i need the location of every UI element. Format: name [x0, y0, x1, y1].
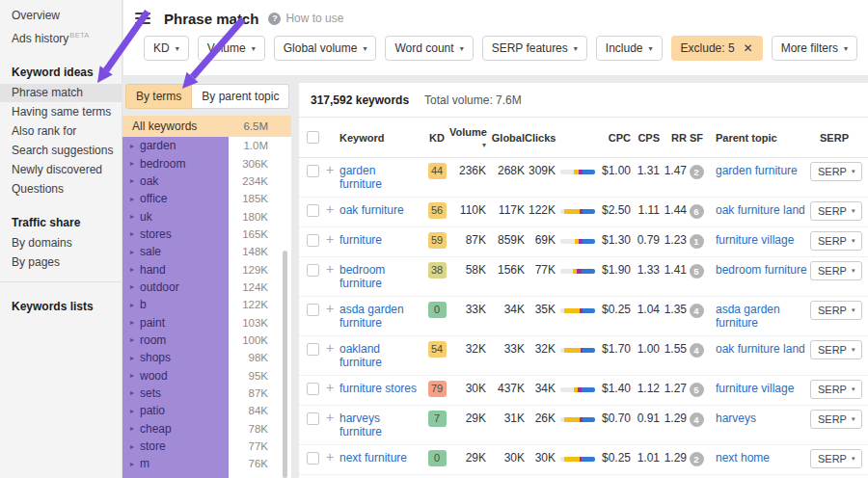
row-checkbox[interactable] — [307, 304, 319, 316]
help-icon[interactable]: ? — [268, 13, 281, 25]
tab-by-terms[interactable]: By terms — [125, 84, 192, 109]
term-item[interactable]: ▸ — [122, 473, 229, 478]
sidebar-item[interactable]: Overview — [0, 7, 122, 25]
row-checkbox[interactable] — [307, 234, 319, 247]
sidebar-item[interactable]: By domains — [0, 234, 122, 252]
expand-triangle-icon[interactable]: ▸ — [130, 460, 134, 468]
filter-button[interactable]: Global volume ▾ — [274, 36, 377, 61]
parent-topic-link[interactable]: furniture village — [706, 382, 810, 395]
sidebar-item[interactable]: Questions — [0, 180, 122, 199]
add-to-list-icon[interactable]: + — [326, 164, 339, 176]
serp-button[interactable]: SERP▾ — [810, 380, 862, 399]
exclude-filter-chip[interactable]: Exclude: 5 ✕ — [671, 36, 763, 61]
expand-triangle-icon[interactable]: ▸ — [130, 371, 134, 380]
expand-triangle-icon[interactable]: ▸ — [130, 318, 134, 327]
add-to-list-icon[interactable]: + — [326, 203, 339, 216]
add-to-list-icon[interactable]: + — [326, 303, 339, 315]
row-checkbox[interactable] — [307, 452, 319, 465]
term-item[interactable]: ▸ uk — [122, 207, 229, 225]
parent-topic-link[interactable]: oak furniture land — [706, 342, 810, 356]
sidebar-item[interactable]: Keywords lists — [0, 298, 122, 316]
select-all-checkbox[interactable] — [307, 131, 319, 144]
col-cps[interactable]: CPS — [631, 132, 660, 144]
parent-topic-link[interactable]: next home — [706, 451, 810, 465]
row-checkbox[interactable] — [307, 165, 319, 177]
filter-button[interactable]: SERP features ▾ — [482, 36, 587, 61]
parent-topic-link[interactable]: oak furniture land — [706, 203, 810, 217]
term-item[interactable]: ▸ outdoor — [122, 279, 229, 296]
expand-triangle-icon[interactable]: ▸ — [130, 195, 134, 203]
add-to-list-icon[interactable]: + — [326, 233, 339, 246]
row-checkbox[interactable] — [307, 264, 319, 277]
term-item[interactable]: ▸ wood — [122, 366, 229, 384]
expand-triangle-icon[interactable]: ▸ — [130, 212, 134, 221]
term-item[interactable]: ▸ hand — [122, 260, 229, 278]
term-item[interactable]: ▸ garden — [122, 137, 229, 154]
parent-topic-link[interactable]: asda garden furniture — [706, 303, 810, 330]
col-rr[interactable]: RR — [660, 132, 687, 144]
row-checkbox[interactable] — [307, 412, 319, 425]
filter-button[interactable]: Include ▾ — [596, 36, 663, 61]
term-item[interactable]: ▸ store — [122, 438, 229, 455]
parent-topic-link[interactable]: bedroom furniture — [706, 263, 810, 277]
term-item[interactable]: ▸ room — [122, 332, 229, 349]
expand-triangle-icon[interactable]: ▸ — [130, 301, 134, 309]
serp-button[interactable]: SERP▾ — [810, 340, 862, 359]
expand-triangle-icon[interactable]: ▸ — [130, 407, 134, 415]
filter-button[interactable]: Word count ▾ — [385, 36, 473, 61]
add-to-list-icon[interactable]: + — [326, 263, 339, 276]
term-item[interactable]: ▸ cheap — [122, 420, 229, 438]
sidebar-item[interactable]: By pages — [0, 253, 122, 272]
term-item[interactable]: ▸ b — [122, 296, 229, 313]
terms-scrollbar[interactable] — [283, 251, 287, 478]
expand-triangle-icon[interactable]: ▸ — [130, 424, 134, 433]
col-parent-topic[interactable]: Parent topic — [706, 132, 810, 144]
add-to-list-icon[interactable]: + — [326, 451, 339, 464]
add-to-list-icon[interactable]: + — [326, 342, 339, 355]
sidebar-item[interactable]: Phrase match — [0, 84, 122, 102]
keyword-link[interactable]: asda garden furniture — [339, 303, 424, 330]
sidebar-item[interactable]: Ads historyBETA — [0, 26, 122, 48]
sidebar-item[interactable]: Traffic share — [0, 214, 122, 232]
col-keyword[interactable]: Keyword — [339, 132, 424, 144]
col-volume[interactable]: Volume ▾ — [449, 126, 486, 149]
term-item[interactable]: ▸ bedroom — [122, 154, 229, 172]
serp-button[interactable]: SERP▾ — [810, 301, 862, 320]
term-item[interactable]: ▸ paint — [122, 313, 229, 331]
row-checkbox[interactable] — [307, 204, 319, 217]
sidebar-item[interactable]: Having same terms — [0, 103, 122, 121]
serp-button[interactable]: SERP▾ — [810, 410, 862, 429]
more-filters-button[interactable]: More filters ▾ — [772, 36, 857, 61]
term-item[interactable]: ▸ patio — [122, 402, 229, 419]
row-checkbox[interactable] — [307, 383, 319, 395]
term-item[interactable]: ▸ m — [122, 455, 229, 472]
remove-exclude-icon[interactable]: ✕ — [744, 41, 753, 55]
parent-topic-link[interactable]: garden furniture — [706, 164, 810, 177]
add-to-list-icon[interactable]: + — [326, 412, 339, 424]
term-item[interactable]: ▸ shops — [122, 349, 229, 366]
col-sf[interactable]: SF — [687, 132, 706, 144]
serp-button[interactable]: SERP▾ — [810, 162, 862, 181]
term-item[interactable]: ▸ oak — [122, 173, 229, 190]
how-to-use-link[interactable]: How to use — [285, 12, 343, 25]
sidebar-item[interactable]: Newly discovered — [0, 161, 122, 179]
col-cpc[interactable]: CPC — [592, 132, 631, 144]
filter-button[interactable]: Volume ▾ — [198, 36, 265, 61]
expand-triangle-icon[interactable]: ▸ — [130, 354, 134, 362]
expand-triangle-icon[interactable]: ▸ — [130, 442, 134, 451]
expand-triangle-icon[interactable]: ▸ — [130, 142, 134, 150]
sidebar-item[interactable]: Search suggestions — [0, 142, 122, 160]
serp-button[interactable]: SERP▾ — [810, 449, 862, 468]
expand-triangle-icon[interactable]: ▸ — [130, 159, 134, 168]
keyword-link[interactable]: furniture stores — [339, 382, 424, 395]
col-global[interactable]: Global — [486, 132, 525, 144]
serp-button[interactable]: SERP▾ — [810, 261, 862, 280]
parent-topic-link[interactable]: furniture village — [706, 233, 810, 247]
expand-triangle-icon[interactable]: ▸ — [130, 335, 134, 344]
parent-topic-link[interactable]: harveys — [706, 412, 810, 425]
expand-triangle-icon[interactable]: ▸ — [130, 282, 134, 291]
keyword-link[interactable]: furniture — [339, 233, 424, 247]
sidebar-item[interactable]: Also rank for — [0, 122, 122, 141]
term-item[interactable]: ▸ office — [122, 190, 229, 207]
expand-triangle-icon[interactable]: ▸ — [130, 229, 134, 238]
